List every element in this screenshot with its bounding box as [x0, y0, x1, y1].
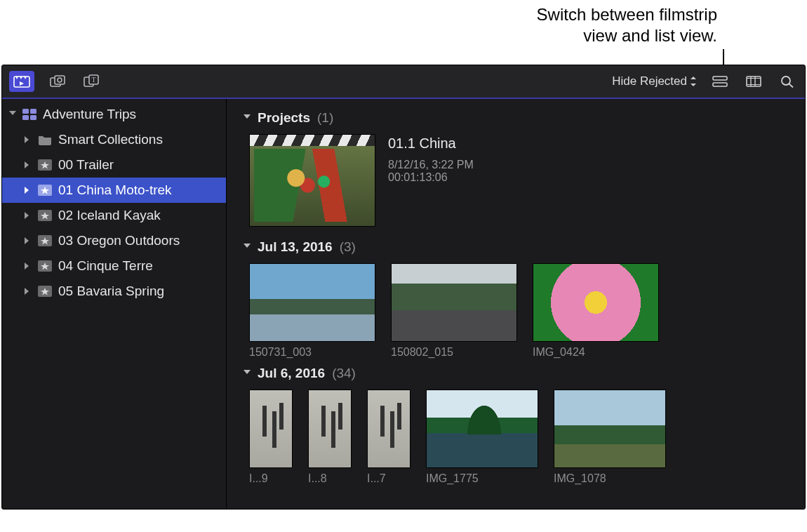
updown-icon — [690, 77, 697, 86]
callout-line1: Switch between filmstrip — [537, 4, 717, 25]
sidebar-item-02-iceland[interactable]: 02 Iceland Kayak — [2, 203, 226, 228]
svg-marker-4 — [20, 81, 24, 86]
sidebar-item-01-china[interactable]: 01 China Moto-trek — [2, 178, 226, 203]
svg-point-18 — [782, 77, 790, 85]
sidebar-item-label: Smart Collections — [58, 132, 163, 147]
disclosure-right-icon[interactable] — [25, 288, 32, 295]
svg-text:T: T — [91, 76, 95, 84]
project-metadata: 01.1 China 8/12/16, 3:22 PM 00:01:13:06 — [388, 134, 474, 227]
sidebar-item-label: 00 Trailer — [58, 157, 114, 173]
svg-rect-22 — [22, 115, 29, 120]
clip-thumbnail[interactable] — [554, 390, 666, 468]
disclosure-right-icon[interactable] — [25, 212, 32, 219]
section-count: (3) — [340, 239, 356, 255]
disclosure-down-icon[interactable] — [244, 114, 251, 121]
clip-item[interactable]: IMG_0424 — [533, 263, 659, 359]
svg-rect-12 — [713, 83, 727, 86]
disclosure-right-icon[interactable] — [25, 262, 32, 270]
clip-label: IMG_1078 — [554, 472, 666, 485]
clip-filter-select[interactable]: Hide Rejected — [612, 74, 697, 88]
event-star-icon — [37, 183, 53, 197]
sidebar-item-label: 03 Oregon Outdoors — [58, 233, 180, 248]
sidebar-library-row[interactable]: Adventure Trips — [2, 102, 226, 127]
media-browser-icon[interactable] — [9, 71, 34, 92]
sidebar-item-04-cinque[interactable]: 04 Cinque Terre — [2, 253, 226, 279]
section-header-date2[interactable]: Jul 6, 2016 (34) — [244, 366, 798, 381]
clip-thumbnail[interactable] — [249, 263, 375, 342]
library-sidebar: Adventure Trips Smart Collections 00 Tra… — [2, 99, 227, 509]
svg-marker-3 — [24, 77, 27, 79]
project-date: 8/12/16, 3:22 PM — [388, 159, 474, 171]
clip-item[interactable]: 150802_015 — [391, 263, 517, 359]
library-icon — [22, 107, 37, 121]
event-star-icon — [37, 158, 53, 172]
section-header-date1[interactable]: Jul 13, 2016 (3) — [244, 239, 798, 255]
sidebar-item-00-trailer[interactable]: 00 Trailer — [2, 152, 226, 178]
project-thumbnail[interactable] — [249, 134, 375, 227]
sidebar-item-label: 01 China Moto-trek — [58, 182, 172, 198]
svg-rect-21 — [30, 109, 36, 114]
clapperboard-icon — [250, 135, 375, 146]
section-header-projects[interactable]: Projects (1) — [244, 110, 798, 126]
callout-line2: view and list view. — [537, 25, 717, 46]
clip-filter-label: Hide Rejected — [612, 74, 687, 88]
sidebar-item-smart-collections[interactable]: Smart Collections — [2, 127, 226, 152]
project-duration: 00:01:13:06 — [388, 171, 474, 184]
clip-thumbnail[interactable] — [308, 390, 352, 468]
titles-browser-icon[interactable]: T — [81, 71, 102, 92]
clip-thumbnail[interactable] — [533, 263, 659, 342]
disclosure-down-icon[interactable] — [244, 370, 251, 377]
clip-label: I...7 — [367, 472, 411, 485]
app-window: T Hide Rejected — [1, 65, 806, 510]
clip-thumbnail[interactable] — [249, 390, 293, 468]
svg-rect-23 — [30, 115, 36, 120]
project-item[interactable]: 01.1 China 8/12/16, 3:22 PM 00:01:13:06 — [249, 134, 798, 227]
event-star-icon — [37, 259, 53, 273]
clip-item[interactable]: 150731_003 — [249, 263, 375, 359]
clip-thumbnail[interactable] — [367, 390, 411, 468]
event-star-icon — [37, 284, 53, 298]
sidebar-item-05-bavaria[interactable]: 05 Bavaria Spring — [2, 279, 226, 304]
clip-label: I...9 — [249, 472, 293, 485]
svg-marker-2 — [20, 77, 22, 79]
disclosure-right-icon[interactable] — [25, 187, 32, 194]
svg-rect-6 — [55, 76, 65, 84]
clip-item[interactable]: IMG_1775 — [426, 390, 538, 485]
search-button[interactable] — [777, 71, 798, 92]
thumbnail-image — [254, 149, 371, 222]
clip-row: 150731_003 150802_015 IMG_0424 — [249, 263, 798, 359]
svg-rect-11 — [713, 77, 727, 80]
section-title: Projects — [258, 110, 310, 126]
disclosure-down-icon[interactable] — [9, 111, 16, 118]
view-toggle-button[interactable] — [709, 71, 731, 92]
clip-appearance-button[interactable] — [743, 71, 764, 92]
browser-content: Projects (1) 01.1 China 8/12/16, 3:22 PM… — [227, 99, 805, 509]
sidebar-item-03-oregon[interactable]: 03 Oregon Outdoors — [2, 228, 226, 253]
clip-thumbnail[interactable] — [391, 263, 517, 342]
clip-label: I...8 — [308, 472, 352, 485]
photos-browser-icon[interactable] — [47, 71, 68, 92]
clip-label: IMG_0424 — [533, 346, 659, 359]
folder-icon — [37, 133, 53, 147]
clip-item[interactable]: I...8 — [308, 390, 352, 485]
callout-annotation: Switch between filmstrip view and list v… — [537, 4, 717, 46]
disclosure-right-icon[interactable] — [25, 136, 32, 143]
disclosure-right-icon[interactable] — [25, 237, 32, 244]
clip-thumbnail[interactable] — [426, 390, 538, 468]
disclosure-down-icon[interactable] — [244, 244, 251, 251]
svg-marker-1 — [15, 77, 18, 79]
clip-label: 150731_003 — [249, 346, 375, 359]
clip-row: I...9 I...8 I...7 IMG_1775 — [249, 390, 798, 485]
section-count: (34) — [332, 366, 356, 381]
sidebar-library-label: Adventure Trips — [43, 107, 136, 122]
clip-item[interactable]: I...9 — [249, 390, 293, 485]
sidebar-item-label: 02 Iceland Kayak — [58, 208, 161, 223]
section-title: Jul 13, 2016 — [258, 239, 333, 255]
project-name: 01.1 China — [388, 135, 474, 152]
clip-item[interactable]: IMG_1078 — [554, 390, 666, 485]
sidebar-item-label: 05 Bavaria Spring — [58, 284, 164, 299]
disclosure-right-icon[interactable] — [25, 161, 32, 168]
clip-item[interactable]: I...7 — [367, 390, 411, 485]
svg-line-19 — [789, 84, 794, 88]
clip-label: 150802_015 — [391, 346, 517, 359]
